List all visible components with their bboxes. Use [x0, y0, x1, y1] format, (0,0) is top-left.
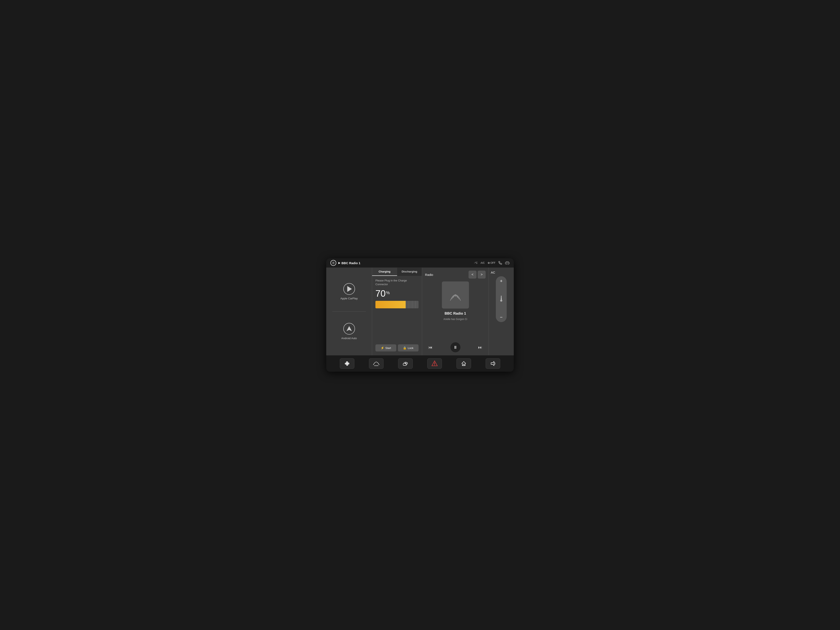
lock-button[interactable]: 🔒 Lock — [398, 344, 419, 352]
ac-title: AC — [491, 271, 495, 274]
ac-minus-button[interactable]: − — [500, 314, 503, 320]
radio-signal-svg — [448, 288, 463, 302]
car-infotainment-screen: ▶ BBC Radio 1 -°C A/C ✿ OFF — [326, 258, 514, 372]
radio-controls: ⏮ ⏸ ⏭ — [425, 342, 486, 352]
ac-slider-container: + − — [491, 276, 512, 352]
windshield-defrost-button[interactable] — [369, 358, 384, 369]
lock-icon: 🔒 — [403, 346, 406, 350]
radio-nav-buttons: < > — [469, 271, 486, 278]
carplay-play-triangle — [347, 286, 352, 292]
grid-line-2 — [409, 301, 412, 308]
charging-tabs: Charging Discharging — [372, 268, 422, 276]
radio-back-button[interactable]: < — [469, 271, 477, 278]
lightning-icon: ⚡ — [381, 346, 384, 350]
grid-line-1 — [406, 301, 409, 308]
android-auto-label: Android Auto — [341, 337, 357, 340]
radio-station-name: BBC Radio 1 — [425, 311, 486, 316]
ac-status: A/C — [481, 262, 485, 264]
hazard-button[interactable] — [427, 358, 442, 369]
volume-button[interactable] — [486, 358, 500, 369]
android-auto-item[interactable]: Android Auto — [330, 319, 368, 344]
svg-point-3 — [508, 264, 509, 264]
battery-fill — [376, 301, 406, 308]
main-screen: Apple CarPlay Android Auto Charging Disc… — [326, 268, 514, 355]
home-button[interactable] — [456, 358, 471, 369]
status-left: ▶ BBC Radio 1 — [330, 260, 471, 266]
charging-panel: Charging Discharging Please Plug in the … — [372, 268, 422, 355]
svg-rect-17 — [403, 363, 406, 365]
seat-heat-button[interactable] — [398, 358, 413, 369]
carplay-label: Apple CarPlay — [340, 297, 358, 300]
start-charge-button[interactable]: ⚡ Start — [376, 344, 396, 352]
radio-artwork — [442, 281, 469, 308]
thermometer-icon — [499, 295, 503, 303]
svg-rect-25 — [463, 364, 464, 366]
ac-panel: AC + − — [489, 268, 514, 355]
ac-slider-track: + − — [496, 276, 507, 322]
battery-grid — [406, 301, 418, 308]
battery-percent: 70 % — [376, 288, 418, 299]
charge-message: Please Plug in the Charge Connector — [376, 279, 418, 286]
apps-divider — [332, 311, 366, 312]
svg-marker-26 — [491, 362, 494, 366]
android-auto-icon — [343, 323, 355, 335]
radio-forward-button[interactable]: > — [478, 271, 486, 278]
svg-point-2 — [506, 264, 507, 264]
svg-rect-8 — [501, 298, 502, 300]
play-pause-button[interactable]: ⏸ — [450, 342, 460, 352]
charging-content: Please Plug in the Charge Connector 70 % — [372, 276, 422, 355]
grid-line-4 — [415, 301, 419, 308]
grid-line-3 — [412, 301, 415, 308]
svg-point-24 — [434, 365, 435, 365]
status-radio-label: BBC Radio 1 — [341, 261, 360, 265]
battery-percent-value: 70 — [376, 288, 385, 299]
phone-icon — [498, 261, 502, 265]
lock-label: Lock — [408, 346, 413, 350]
carplay-item[interactable]: Apple CarPlay — [330, 279, 368, 304]
play-icon: ▶ — [338, 262, 340, 264]
bottom-bar: ON OFF — [326, 355, 514, 372]
charging-actions: ⚡ Start 🔒 Lock — [376, 344, 418, 352]
radio-panel: Radio < > BBC Radio 1 Arielle has Gorgon… — [422, 268, 489, 355]
apps-panel: Apple CarPlay Android Auto — [326, 268, 372, 355]
svg-marker-4 — [346, 326, 352, 331]
percent-symbol: % — [386, 291, 390, 295]
temp-status: -°C — [474, 262, 477, 264]
radio-title: Radio — [425, 273, 433, 276]
radio-header: Radio < > — [425, 271, 486, 278]
start-label: Start — [385, 346, 391, 350]
prev-track-button[interactable]: ⏮ — [427, 344, 434, 351]
status-right: -°C A/C ✿ OFF — [474, 261, 510, 265]
fan-status: ✿ OFF — [488, 262, 496, 264]
battery-bar — [376, 301, 418, 308]
discharging-tab[interactable]: Discharging — [397, 268, 422, 276]
now-playing-badge: ▶ BBC Radio 1 — [338, 261, 360, 265]
car-icon — [505, 261, 510, 265]
carplay-icon — [343, 283, 355, 295]
ac-plus-button[interactable]: + — [500, 278, 503, 284]
charging-tab[interactable]: Charging — [372, 268, 397, 276]
fan-onoff-button[interactable]: ON OFF — [340, 358, 354, 369]
svg-point-0 — [333, 262, 334, 263]
next-track-button[interactable]: ⏭ — [477, 344, 483, 351]
radio-program: Arielle has Gorgon Ci — [425, 318, 486, 321]
status-bar: ▶ BBC Radio 1 -°C A/C ✿ OFF — [326, 258, 514, 268]
svg-rect-1 — [505, 262, 509, 264]
settings-icon[interactable] — [330, 260, 336, 266]
